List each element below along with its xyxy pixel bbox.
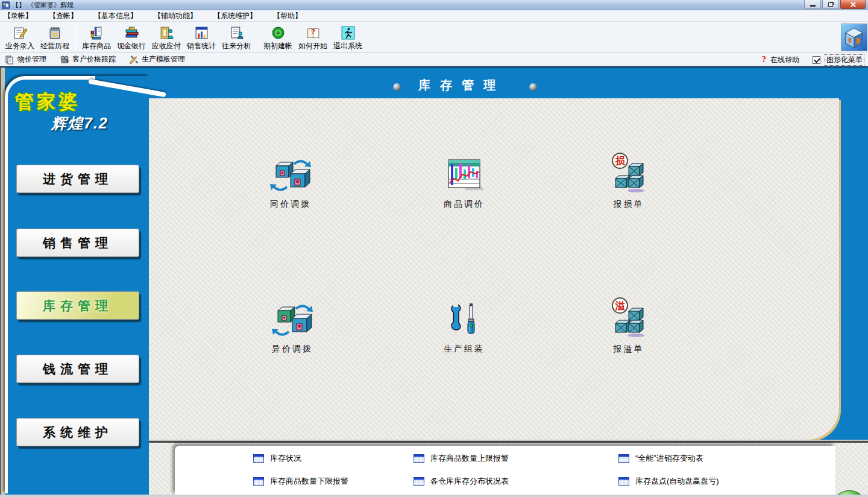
tile-goods-price-adjust[interactable]: 商品调价 [422, 156, 506, 210]
table-report-icon [253, 454, 264, 463]
price-chart-icon [444, 156, 485, 195]
report-links-panel: 库存状况 库存商品数量上限报警 “全能”进销存变动表 [175, 446, 835, 495]
main-toolbar: 业务录入 经营历程 库存商品 [0, 22, 868, 53]
table-report-icon [618, 477, 629, 486]
toolbar-button-label: 期初建帐 [263, 41, 292, 51]
tile-label: 同价调拨 [248, 199, 333, 210]
link-stocktaking[interactable]: 库存盘点(自动盘赢盘亏) [618, 476, 719, 487]
graphical-menu-label[interactable]: 图形化菜单 [825, 54, 864, 66]
link-lower-limit-alert[interactable]: 库存商品数量下限报警 [253, 476, 348, 487]
toolbar-exit-system-button[interactable]: 退出系统 [330, 24, 365, 51]
toolbar-button-label: 业务录入 [5, 41, 34, 51]
sidebar-curve-patch [95, 76, 151, 80]
wrench-screwdriver-icon [444, 301, 485, 340]
window-frame-edge [0, 68, 5, 497]
restore-button[interactable] [822, 0, 839, 9]
target-disc-icon [271, 25, 286, 40]
toolbar-inventory-goods-button[interactable]: 库存商品 [79, 24, 114, 51]
sidebar-item-inventory-management[interactable]: 库存管理 [16, 291, 139, 320]
link-label: “全能”进销存变动表 [635, 453, 703, 464]
production-template-management-button[interactable]: 生产模板管理 [129, 54, 185, 65]
toolbar-contacts-analysis-button[interactable]: 往来分析 [219, 24, 254, 51]
app-icon [2, 1, 10, 9]
tile-same-price-transfer[interactable]: 同价调拨 [248, 156, 333, 210]
toolbar-sales-statistics-button[interactable]: 销售统计 [184, 24, 219, 51]
minimize-button[interactable] [804, 0, 821, 9]
toolbar-business-entry-button[interactable]: 业务录入 [2, 24, 37, 51]
link-inventory-status[interactable]: 库存状况 [253, 453, 301, 464]
notepad-pencil-icon [13, 25, 28, 40]
link-omnipotent-change-table[interactable]: “全能”进销存变动表 [618, 453, 703, 464]
toolbar-button-label: 往来分析 [222, 41, 251, 51]
menu-item-query[interactable]: 【查帐】 [49, 11, 78, 21]
window-title: 【】 《管家婆》辉煌 [12, 1, 74, 10]
menu-item-record[interactable]: 【录帐】 [4, 11, 33, 21]
online-help-link[interactable]: 在线帮助 [770, 55, 799, 65]
brand-cube-logo [841, 24, 867, 51]
online-help-icon: ? [762, 55, 766, 65]
menu-item-system-maintenance[interactable]: 【系统维护】 [213, 11, 257, 21]
sidebar-item-cashflow-management[interactable]: 钱流管理 [16, 355, 139, 383]
ledger-icon [48, 25, 63, 40]
table-report-icon [253, 477, 264, 486]
toolbar-button-label: 应收应付 [152, 41, 181, 51]
toolbar-how-to-start-button[interactable]: ? 如何开始 [295, 24, 330, 51]
link-label: 库存状况 [270, 453, 301, 464]
close-button[interactable] [840, 0, 866, 9]
table-report-icon [414, 477, 424, 486]
toolbar-button-label: 经营历程 [40, 41, 69, 51]
tile-loss-report[interactable]: 损 报损单 [587, 156, 671, 210]
toolbar-business-history-button[interactable]: 经营历程 [37, 24, 72, 51]
link-label: 库存商品数量上限报警 [430, 453, 509, 464]
toolbar-button-label: 退出系统 [333, 41, 362, 51]
sidebar-item-sales-management[interactable]: 销售管理 [16, 229, 139, 257]
restore-icon [828, 2, 833, 7]
cash-bank-icon [124, 25, 139, 40]
deco-sphere-right [529, 83, 537, 91]
tile-production-assembly[interactable]: 生产组装 [422, 301, 506, 355]
tile-diff-price-transfer[interactable]: 异价调拨 [250, 301, 335, 355]
same-price-transfer-icon [270, 156, 311, 195]
secondary-toolbar: 物价管理 客户价格跟踪 生产模板管理 ? 在线帮助 图形化菜单 [0, 53, 868, 66]
bar-chart-icon [194, 25, 209, 40]
link-warehouse-distribution[interactable]: 各仓库库存分布状况表 [414, 476, 509, 487]
toolbar-receivable-payable-button[interactable]: 应收应付 [149, 24, 184, 51]
menubar: 【录帐】 【查帐】 【基本信息】 【辅助功能】 【系统维护】 【帮助】 [0, 10, 868, 22]
tile-label: 商品调价 [422, 199, 506, 210]
close-icon [851, 2, 856, 7]
graphical-menu-checkbox[interactable] [813, 56, 820, 64]
overflow-badge: 溢 [612, 297, 628, 314]
toolbar-cash-bank-button[interactable]: 现金银行 [114, 24, 149, 51]
link-upper-limit-alert[interactable]: 库存商品数量上限报警 [414, 453, 509, 464]
svg-text:?: ? [311, 27, 315, 34]
tile-label: 报溢单 [587, 344, 671, 355]
link-label: 库存盘点(自动盘赢盘亏) [635, 476, 719, 487]
secondary-toolbar-label: 生产模板管理 [142, 54, 185, 65]
toolbar-separator [75, 24, 76, 51]
tile-label: 异价调拨 [250, 344, 335, 355]
link-label: 库存商品数量下限报警 [270, 476, 348, 487]
table-report-icon [414, 454, 424, 463]
toolbar-separator [257, 24, 257, 51]
menu-item-basic-info[interactable]: 【基本信息】 [94, 11, 137, 21]
minimize-icon [810, 5, 816, 7]
app-window: 【】 《管家婆》辉煌 【录帐】 【查帐】 【基本信息】 【辅助功能】 【系统维护… [0, 0, 868, 497]
link-label: 各仓库库存分布状况表 [430, 476, 509, 487]
brand-logo-text: 管家婆 [15, 89, 80, 115]
secondary-toolbar-label: 客户价格跟踪 [72, 54, 116, 65]
sidebar-item-system-maintenance[interactable]: 系统维护 [16, 418, 139, 446]
template-tools-icon [129, 55, 139, 65]
inventory-boxes-icon [89, 25, 104, 40]
tile-overflow-report[interactable]: 溢 报溢单 [587, 301, 671, 355]
customer-price-tracking-button[interactable]: 客户价格跟踪 [60, 54, 116, 65]
toolbar-button-label: 如何开始 [298, 41, 327, 51]
question-book-icon: ? [306, 25, 321, 40]
copy-pages-icon [5, 55, 14, 65]
sidebar-item-purchase-management[interactable]: 进货管理 [16, 165, 139, 193]
brand-version-text: 辉煌7.2 [51, 113, 108, 133]
price-management-button[interactable]: 物价管理 [5, 54, 46, 65]
menu-item-aux-functions[interactable]: 【辅助功能】 [154, 11, 197, 21]
toolbar-initial-setup-button[interactable]: 期初建帐 [260, 24, 295, 51]
main-area: 库存管理 [0, 66, 868, 497]
menu-item-help[interactable]: 【帮助】 [273, 11, 302, 21]
